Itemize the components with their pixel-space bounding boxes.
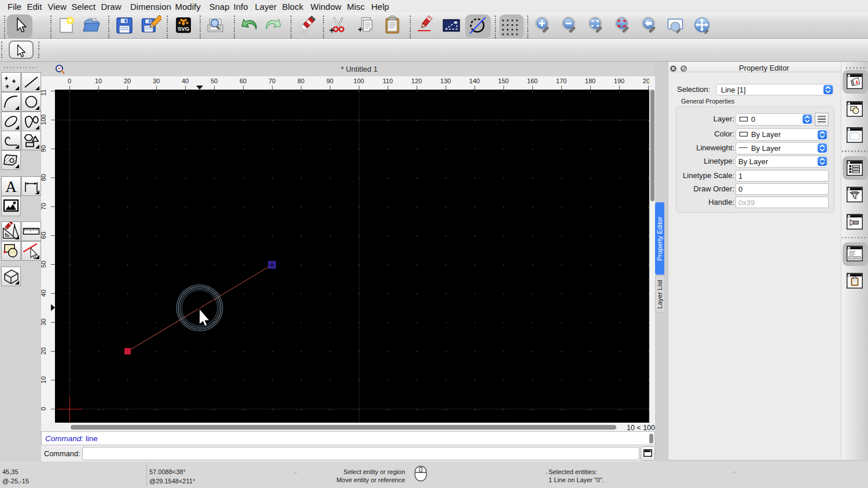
svg-text:A: A (5, 178, 17, 195)
svg-text:SVG: SVG (178, 25, 189, 32)
